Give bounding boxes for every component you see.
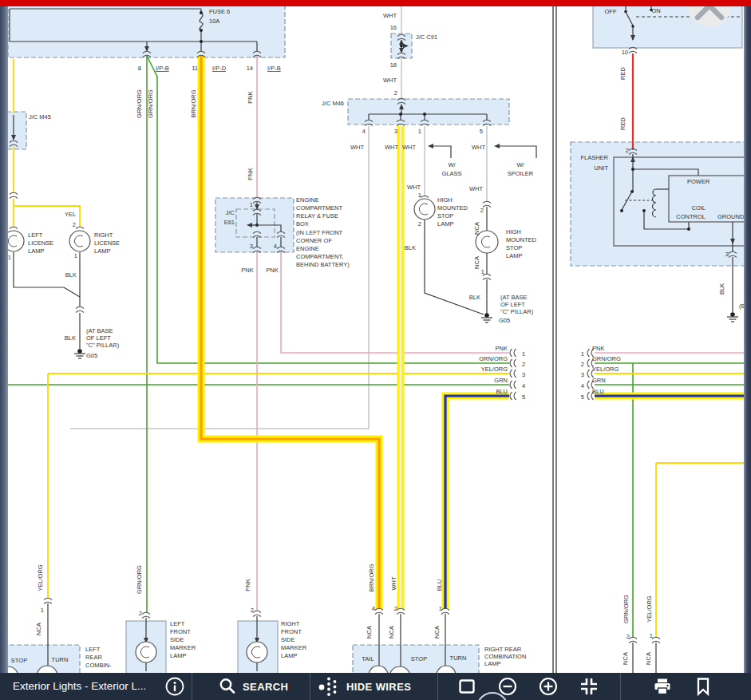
svg-text:TURN: TURN <box>52 656 69 663</box>
svg-text:SIDE: SIDE <box>281 636 295 643</box>
svg-text:2: 2 <box>251 607 254 614</box>
svg-text:GRN/ORG: GRN/ORG <box>136 89 143 118</box>
info-button[interactable] <box>164 673 185 700</box>
zoom-in-icon <box>539 677 558 696</box>
svg-text:LICENSE: LICENSE <box>28 239 53 247</box>
svg-text:TAIL: TAIL <box>362 655 374 662</box>
svg-text:LAMP: LAMP <box>170 652 186 659</box>
collapse-button[interactable] <box>579 673 599 700</box>
svg-text:PNK: PNK <box>496 345 508 352</box>
print-button[interactable] <box>653 673 672 700</box>
svg-text:WHT: WHT <box>350 144 364 151</box>
svg-text:J/C M46: J/C M46 <box>322 100 344 107</box>
zoom-in-button[interactable] <box>539 673 558 700</box>
info-icon <box>164 676 185 697</box>
svg-text:GRN: GRN <box>592 377 606 384</box>
svg-text:8: 8 <box>138 65 141 72</box>
svg-text:PNK: PNK <box>247 91 254 103</box>
svg-text:BLU: BLU <box>592 388 604 395</box>
svg-text:NCA: NCA <box>388 626 395 639</box>
diagram-title-text: Exterior Lights - Exterior L... <box>13 680 146 692</box>
svg-text:MARKER: MARKER <box>281 644 307 651</box>
high-mounted-stop-lamp-glass <box>414 199 435 219</box>
svg-text:FRONT: FRONT <box>170 628 191 635</box>
diagram-title[interactable]: Exterior Lights - Exterior L... <box>13 673 146 700</box>
svg-text:GRN/ORG: GRN/ORG <box>592 355 621 362</box>
svg-text:WHT: WHT <box>407 184 421 191</box>
svg-text:CONTROL: CONTROL <box>676 213 706 220</box>
toolbar-divider <box>310 673 310 700</box>
svg-text:2: 2 <box>418 220 421 227</box>
svg-text:2: 2 <box>522 361 525 368</box>
svg-text:WHT: WHT <box>383 77 397 84</box>
bookmark-button[interactable] <box>694 673 712 700</box>
svg-text:WHT: WHT <box>402 144 416 151</box>
svg-text:REAR: REAR <box>85 654 102 661</box>
svg-text:G05: G05 <box>499 317 510 324</box>
svg-text:HIGH: HIGH <box>506 228 521 235</box>
svg-text:RED: RED <box>619 117 626 130</box>
svg-text:14: 14 <box>247 65 253 72</box>
svg-text:1: 1 <box>418 192 421 199</box>
svg-text:5: 5 <box>522 394 525 401</box>
svg-text:ON: ON <box>651 7 660 14</box>
svg-text:2: 2 <box>626 147 629 154</box>
svg-text:3: 3 <box>581 371 584 378</box>
svg-text:LAMP: LAMP <box>437 220 453 227</box>
svg-text:RIGHT REAR: RIGHT REAR <box>484 646 522 653</box>
svg-text:2: 2 <box>626 633 630 640</box>
svg-text:NCA: NCA <box>366 626 373 639</box>
search-label: SEARCH <box>243 681 288 693</box>
zoom-out-icon <box>498 677 517 696</box>
svg-text:FRONT: FRONT <box>281 628 302 635</box>
svg-text:I/P-D: I/P-D <box>212 65 227 72</box>
toolbar-divider <box>620 673 621 700</box>
svg-text:1: 1 <box>581 350 584 358</box>
svg-text:YEL/ORG: YEL/ORG <box>646 595 653 623</box>
svg-text:LAMP: LAMP <box>94 247 110 255</box>
svg-text:POWER: POWER <box>687 178 710 185</box>
svg-text:"C" PILLAR): "C" PILLAR) <box>86 342 120 349</box>
fit-page-button[interactable] <box>458 673 476 700</box>
svg-text:SIDE: SIDE <box>170 636 184 643</box>
svg-text:MOUNTED: MOUNTED <box>437 204 468 212</box>
svg-text:3: 3 <box>522 371 525 378</box>
svg-text:YEL/ORG: YEL/ORG <box>481 366 508 373</box>
wiring-diagram-canvas[interactable]: FUSE 610A8I/P-B11I/P-D14I/P-BGRN/ORGGRN/… <box>0 0 751 700</box>
svg-text:GRN/ORG: GRN/ORG <box>623 595 630 623</box>
svg-text:(AT BASE: (AT BASE <box>500 294 527 301</box>
svg-text:COMPARTMENT,: COMPARTMENT, <box>296 253 343 260</box>
svg-text:BRN/ORG: BRN/ORG <box>190 89 197 117</box>
svg-text:RELAY & FUSE: RELAY & FUSE <box>296 212 338 219</box>
svg-text:WHT: WHT <box>472 144 485 151</box>
svg-text:BLU: BLU <box>436 579 443 591</box>
svg-text:ENGINE: ENGINE <box>296 245 319 252</box>
svg-text:3: 3 <box>725 251 729 258</box>
search-button[interactable]: SEARCH <box>219 673 288 700</box>
svg-text:"C" PILLAR): "C" PILLAR) <box>500 308 534 315</box>
svg-text:18: 18 <box>390 61 397 69</box>
left-front-side-marker-lamp <box>136 642 156 662</box>
svg-text:1: 1 <box>250 201 253 208</box>
search-icon <box>219 678 236 695</box>
svg-text:YEL/ORG: YEL/ORG <box>37 564 44 591</box>
svg-text:2: 2 <box>394 89 397 97</box>
svg-text:STOP: STOP <box>411 655 427 662</box>
svg-text:1: 1 <box>41 607 44 614</box>
svg-text:11: 11 <box>192 65 198 72</box>
svg-text:3: 3 <box>394 128 397 135</box>
svg-text:I/P-B: I/P-B <box>156 65 169 72</box>
svg-text:W/: W/ <box>516 161 524 168</box>
svg-text:J/C: J/C <box>226 209 235 216</box>
svg-text:GRN/ORG: GRN/ORG <box>479 355 508 362</box>
pnk-wires <box>257 56 745 611</box>
junction-jc-m45 <box>6 112 26 149</box>
svg-text:BLU: BLU <box>496 388 508 395</box>
svg-text:WHT: WHT <box>390 576 397 590</box>
svg-text:GRN/ORG: GRN/ORG <box>147 89 154 118</box>
svg-text:GROUND: GROUND <box>717 213 745 220</box>
svg-text:PNK: PNK <box>266 267 278 274</box>
fit-page-icon <box>458 678 476 695</box>
svg-text:NCA: NCA <box>473 222 480 235</box>
hide-wires-button[interactable]: HIDE WIRES <box>318 673 411 700</box>
